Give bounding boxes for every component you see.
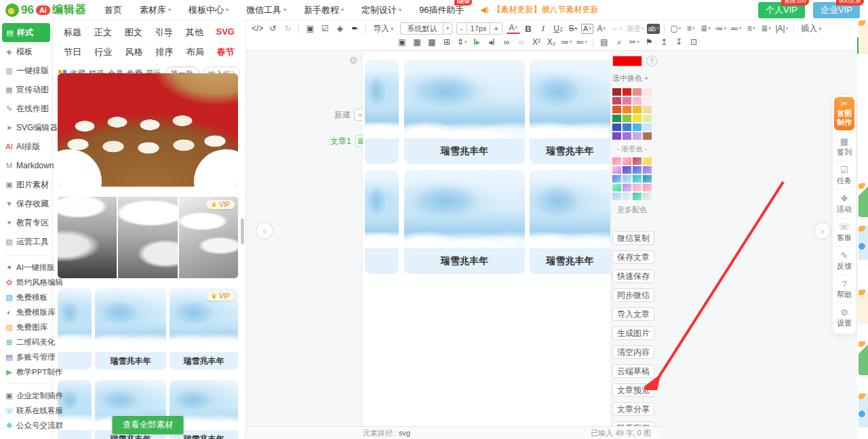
- spacing-icon[interactable]: ⇕▾: [455, 36, 469, 48]
- paragraph-spacing-icon[interactable]: ≔▾: [713, 22, 728, 35]
- align-center-icon[interactable]: ≡▾: [684, 22, 697, 35]
- clear-format-icon[interactable]: ✂▾: [627, 36, 641, 48]
- color-swatch[interactable]: [633, 88, 642, 96]
- sidebar-item-free-images[interactable]: ▨ 免费图库: [0, 320, 52, 335]
- gradient-swatch[interactable]: [633, 184, 642, 191]
- rail-item-help[interactable]: ? 帮助: [834, 275, 854, 303]
- align-left-icon[interactable]: ≣▾: [698, 22, 712, 35]
- gradient-icon[interactable]: 渐变▾: [625, 22, 646, 35]
- gradient-swatch[interactable]: [623, 157, 631, 165]
- sidebar-item-markdown[interactable]: M Markdown: [0, 156, 52, 175]
- collapse-panel-button[interactable]: ‹: [256, 222, 273, 240]
- gradient-swatch[interactable]: [643, 166, 652, 174]
- sidebar-item-favorites[interactable]: ♥ 保存收藏: [0, 194, 52, 213]
- generate-image-button[interactable]: 生成图片: [612, 326, 654, 340]
- image-icon[interactable]: ▣: [395, 36, 409, 48]
- tab-style[interactable]: 风格: [125, 46, 142, 58]
- recolor-selected-dropdown[interactable]: 选中换色 ▾: [612, 73, 661, 83]
- sidebar-item-one-click-layout[interactable]: ▥ 一键排版: [0, 61, 52, 80]
- expand-panel-button[interactable]: ›: [814, 222, 831, 240]
- help-icon[interactable]: ?: [646, 56, 657, 66]
- tab-festival[interactable]: 节日: [64, 46, 81, 58]
- superscript-icon[interactable]: X²: [530, 36, 543, 48]
- edge-thumbnail[interactable]: [859, 290, 868, 324]
- tab-other[interactable]: 其他: [186, 26, 203, 39]
- nav-tutorials[interactable]: 新手教程 ▾: [304, 4, 344, 16]
- clear-content-button[interactable]: 清空内容: [612, 345, 654, 359]
- rail-item-settings[interactable]: ⚙ 设置: [834, 303, 854, 332]
- text-effect-icon[interactable]: A▾: [595, 22, 608, 35]
- color-swatch[interactable]: [612, 115, 621, 122]
- gradient-swatch[interactable]: [633, 166, 642, 174]
- color-swatch[interactable]: [612, 88, 621, 96]
- sidebar-item-ai-layout[interactable]: AI AI排版: [0, 137, 52, 156]
- sidebar-item-operation-tools[interactable]: ▧ 运营工具: [0, 232, 52, 251]
- list-style-icon[interactable]: ≣▾: [759, 22, 772, 35]
- bullet-list-icon[interactable]: ≔▾: [559, 36, 574, 48]
- sidebar-item-free-template-lib[interactable]: ◐ 免费模版库: [0, 305, 52, 320]
- link-icon[interactable]: ∞: [500, 36, 513, 48]
- unlink-icon[interactable]: ∞: [515, 36, 528, 48]
- element-path-value[interactable]: svg: [399, 429, 410, 437]
- dumplings-material-thumbnail[interactable]: [58, 73, 238, 187]
- color-swatch[interactable]: [623, 88, 631, 96]
- tab-guide[interactable]: 引导: [155, 26, 173, 39]
- doc-check-icon[interactable]: ☑: [318, 22, 332, 35]
- editor-page[interactable]: 瑞雪兆丰年 瑞雪兆丰年 瑞雪兆丰年 瑞雪兆丰年: [363, 51, 610, 426]
- gradient-swatch[interactable]: [612, 193, 621, 200]
- doc-new-icon[interactable]: ▣: [303, 22, 317, 35]
- gradient-swatch[interactable]: [643, 193, 652, 200]
- text-insert-icon[interactable]: I▸: [470, 36, 484, 48]
- text-left-icon[interactable]: ◂I: [485, 36, 498, 48]
- tab-industry[interactable]: 行业: [94, 46, 112, 58]
- fullscreen-icon[interactable]: ⊡: [687, 36, 701, 48]
- sidebar-item-ai-one-click[interactable]: ✦ AI一键排版: [0, 260, 52, 275]
- svg-card-partial[interactable]: [365, 60, 399, 164]
- gradient-swatch[interactable]: [612, 184, 621, 191]
- more-colors-link[interactable]: 更多配色: [612, 205, 652, 215]
- color-swatch[interactable]: [612, 132, 621, 140]
- color-swatch[interactable]: [643, 115, 652, 122]
- line-height-icon[interactable]: ≕▾: [729, 22, 743, 35]
- font-size-plus[interactable]: +: [490, 23, 501, 34]
- rail-item-tasks[interactable]: ☑ 任务: [834, 161, 854, 189]
- color-swatch[interactable]: [633, 106, 642, 113]
- nav-custom-design[interactable]: 定制设计 ▾: [361, 4, 401, 16]
- svg-card-partial[interactable]: [365, 170, 399, 274]
- app-logo[interactable]: 96 Ai 编辑器: [0, 3, 94, 17]
- sidebar-item-ppt-making[interactable]: ▶ 教学PPT制作: [0, 364, 52, 379]
- color-swatch[interactable]: [623, 97, 631, 104]
- sync-wechat-button[interactable]: 同步微信: [612, 288, 654, 302]
- gradient-swatch[interactable]: [643, 175, 652, 183]
- sidebar-item-image-assets[interactable]: ▣ 图片素材: [0, 175, 52, 194]
- nav-home[interactable]: 首页: [104, 4, 122, 16]
- strikethrough-icon[interactable]: S▾: [566, 22, 580, 35]
- font-size-value[interactable]: 17px: [467, 23, 491, 34]
- letter-spacing-icon[interactable]: ⇔▾: [610, 22, 624, 35]
- color-swatch[interactable]: [612, 97, 621, 104]
- gif-image-icon[interactable]: ▦: [410, 36, 424, 48]
- enterprise-vip-button[interactable]: 企业VIP 500京东: [813, 2, 860, 18]
- tab-sort[interactable]: 排序: [156, 46, 174, 58]
- sidebar-item-contact-support[interactable]: ☏ 联系在线客服: [0, 403, 52, 418]
- panel-scrollbar[interactable]: [241, 218, 244, 244]
- color-swatch[interactable]: [633, 115, 642, 122]
- back-top-icon[interactable]: ↥: [657, 36, 671, 48]
- gradient-swatch[interactable]: [623, 175, 631, 183]
- svg-card[interactable]: 瑞雪兆丰年: [404, 60, 525, 164]
- sidebar-item-styles[interactable]: ▤ 样式: [2, 23, 50, 42]
- find-replace-icon[interactable]: ⌕: [612, 36, 626, 48]
- tab-svg[interactable]: SVG: [216, 26, 235, 39]
- sidebar-item-minimal-style[interactable]: ✿ 简约风格编辑: [0, 275, 52, 290]
- bg-color-icon[interactable]: A▾: [581, 24, 593, 34]
- color-swatch[interactable]: [623, 115, 631, 122]
- texture-icon[interactable]: ▩: [425, 36, 439, 48]
- sidebar-item-svg-editor[interactable]: ➤ SVG编辑器: [0, 118, 52, 137]
- edge-thumbnail[interactable]: [859, 341, 868, 375]
- color-swatch[interactable]: [643, 106, 652, 113]
- sidebar-item-qr-beautify[interactable]: ⊞ 二维码美化: [0, 335, 52, 349]
- gradient-swatch[interactable]: [612, 157, 621, 165]
- quick-save-button[interactable]: 快速保存: [612, 269, 654, 283]
- color-swatch[interactable]: [612, 106, 621, 113]
- gradient-swatch[interactable]: [623, 184, 631, 191]
